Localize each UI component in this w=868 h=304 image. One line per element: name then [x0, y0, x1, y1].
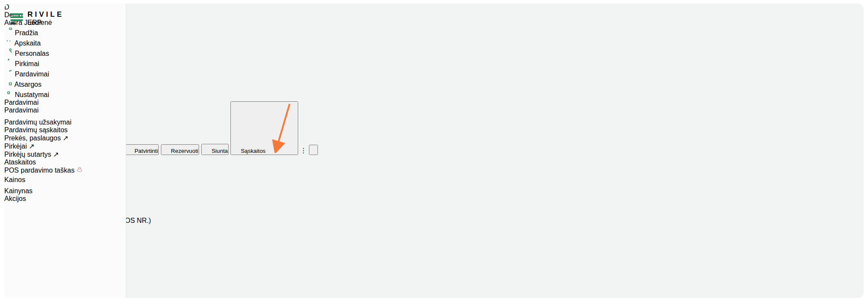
sidebar-title: Pardavimai	[4, 99, 126, 106]
sales-person-chart-icon	[4, 68, 13, 76]
date-filter-chip[interactable]: ⇄ 2025-07-01 - 2025-07-03 ×	[4, 93, 864, 101]
box-arrow-icon	[125, 145, 133, 153]
table-row[interactable]: 00018 UAB Kopa 2025-07-01 EUR 600.00 126…	[4, 225, 864, 294]
table-toolbar: Pasirinkta: 3 Patvirtinti Rezer	[4, 101, 864, 155]
sidebar-item-prekes-paslaugos[interactable]: Prekės, paslaugos ↗	[4, 134, 126, 142]
sidebar-item-pirkeju-sutartys[interactable]: Pirkėjų sutartys ↗	[4, 150, 126, 158]
brand-product: ERP	[27, 19, 64, 27]
tab-pagrindinis[interactable]: Pagrindinis ⋮	[4, 19, 864, 27]
dashboard-icon	[4, 27, 13, 35]
col-klientas[interactable]: KLIENTAS	[4, 163, 864, 170]
nav-rail: Pradžia Apskaita Personalas Pirkimai Par…	[4, 27, 126, 99]
annotation-arrow	[267, 102, 297, 153]
table-header: DOKUMENTO NR. KLIENTAS OPERACIJOS DATA V…	[4, 155, 864, 225]
content-card: Filtrai Slėpti filtrus Išvalyti Klientas…	[4, 52, 864, 298]
breadcrumb: Pardavimai › Pardavimų užsakymai	[4, 3, 864, 11]
external-link-icon: ↗	[29, 143, 34, 150]
rail-item-apskaita[interactable]: Apskaita	[4, 37, 126, 47]
external-link-icon: ↗	[53, 151, 59, 158]
gear-icon	[4, 88, 13, 97]
app-frame: RIVILE ERP D Demo Aušra Juodienė Pradžia…	[4, 3, 864, 298]
sidebar-panel: Pardavimai Pardavimai Pardavimų užsakyma…	[4, 99, 126, 203]
add-tab-button[interactable]: +	[4, 44, 864, 52]
col-suma-su-pvm[interactable]: SUMA SU PVM VALIUTAΣ	[4, 201, 864, 209]
rail-item-pardavimai[interactable]: Pardavimai	[4, 68, 126, 78]
col-valiuta[interactable]: VALIUTA (KODAS)	[4, 178, 864, 186]
shipment-button: Siunta	[201, 144, 229, 155]
rail-item-personalas[interactable]: Personalas	[4, 47, 126, 58]
view-tabs: Pagrindinis ⋮ Atviri pardavimų užsakymai…	[4, 19, 864, 52]
filter-operacijos-data: Operacijos data ⇄ 2025-07-01 - 2025-07-0…	[4, 85, 864, 101]
shapes-icon	[4, 78, 13, 87]
sidebar-item-pardavimu-uzsakymai[interactable]: Pardavimų užsakymai	[4, 119, 126, 126]
filter-label: Operacijos data	[4, 85, 864, 93]
columns-icon	[310, 146, 317, 153]
rail-item-nustatymai[interactable]: Nustatymai	[4, 88, 126, 99]
section-pardavimai[interactable]: Pardavimai	[4, 106, 126, 114]
truck-icon	[202, 145, 210, 153]
main-area: Pardavimai › Pardavimų užsakymai + Sukur…	[4, 3, 864, 298]
app-logo[interactable]: RIVILE ERP	[10, 10, 64, 27]
kebab-icon[interactable]: ⋮	[300, 147, 307, 154]
orders-table: DOKUMENTO NR. KLIENTAS OPERACIJOS DATA V…	[4, 155, 864, 298]
filter-klientas: Klientas = 00024 - UAB Kopa ×	[4, 70, 864, 85]
col-busena[interactable]: BŪSENA	[4, 209, 864, 217]
col-operacijos-data[interactable]: OPERACIJOS DATA	[4, 170, 864, 178]
col-dokumento-nr[interactable]: DOKUMENTO NR.	[4, 155, 864, 163]
rail-item-atsargos[interactable]: Atsargos	[4, 78, 126, 88]
people-icon	[4, 47, 13, 56]
confirm-button[interactable]: Patvirtinti	[124, 144, 159, 155]
sidebar-item-pos: POS pardavimo taškas	[4, 166, 126, 174]
loop-icon	[231, 145, 239, 153]
external-link-icon: ↗	[63, 134, 68, 142]
invoices-button: Sąskaitos	[230, 101, 298, 155]
active-filters: Klientas = 00024 - UAB Kopa × Operacijos…	[4, 70, 864, 101]
brand-name: RIVILE	[27, 10, 64, 19]
column-settings-button[interactable]	[309, 145, 318, 155]
sidebar-item-akcijos[interactable]: Akcijos	[4, 195, 126, 203]
cart-icon	[4, 58, 13, 66]
sidebar: RIVILE ERP D Demo Aušra Juodienė Pradžia…	[4, 3, 126, 298]
rail-item-pradzia[interactable]: Pradžia	[4, 27, 126, 37]
board-chart-icon	[4, 37, 13, 46]
col-suma-be-pvm[interactable]: SUMA BE PVM VALIUTAΣ	[4, 186, 864, 194]
filter-label: Klientas	[4, 70, 864, 78]
grid-icon	[162, 145, 169, 153]
tab-demo[interactable]: Demo ⋮	[4, 36, 864, 44]
avatar: D	[4, 3, 9, 11]
reserve-button[interactable]: Rezervuoti	[161, 144, 199, 155]
sidebar-item-kainynas[interactable]: Kainynas	[4, 187, 126, 195]
client-filter-chip[interactable]: = 00024 - UAB Kopa ×	[4, 78, 864, 85]
sidebar-item-pardavimu-saskaitos[interactable]: Pardavimų sąskaitos	[4, 126, 126, 134]
sidebar-item-pirkejai[interactable]: Pirkėjai ↗	[4, 142, 126, 150]
rail-item-pirkimai[interactable]: Pirkimai	[4, 58, 126, 68]
col-pvm-suma[interactable]: PVM SUMA VALIUTAΣ	[4, 194, 864, 201]
section-kainos[interactable]: Kainos	[4, 176, 126, 184]
menu-icon	[10, 13, 23, 24]
filter-bar: Filtrai Slėpti filtrus Išvalyti	[4, 52, 864, 70]
tab-atviri-uzsakymai[interactable]: Atviri pardavimų užsakymai ⋮	[4, 27, 864, 36]
col-banko-saskaita[interactable]: ĮMONĖS BANKO SĄSKAITA (SĄSKAITOS NR.)	[4, 217, 864, 225]
table-row[interactable]: 00017 UAB Kopa 2025-07-02 EUR 750.00 157…	[4, 294, 864, 298]
lock-icon	[76, 166, 83, 173]
sidebar-item-ataskaitos[interactable]: Ataskaitos	[4, 158, 126, 166]
search-field[interactable]	[4, 52, 864, 61]
